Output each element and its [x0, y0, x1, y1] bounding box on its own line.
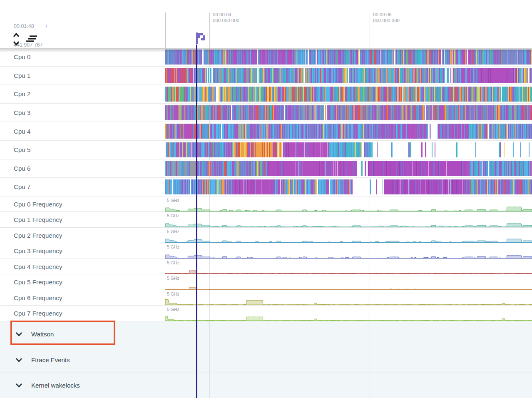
- timeline-gridline: [370, 373, 370, 398]
- track-label: Cpu 5 Frequency: [14, 279, 62, 286]
- trace-viewer: 00:01:48+ 441 907 767 00:00:04000 000 00…: [0, 0, 532, 398]
- track-label: Cpu 4: [14, 128, 31, 135]
- sched-slices-canvas[interactable]: [165, 50, 532, 65]
- track-row-cpu-6-frequency[interactable]: Cpu 6 Frequency5 GHz: [0, 290, 532, 306]
- group-label: Ftrace Events: [31, 356, 70, 363]
- track-shell: Cpu 2 Frequency: [0, 228, 163, 243]
- track-label: Cpu 2: [14, 90, 31, 97]
- track-label: Cpu 0 Frequency: [14, 201, 62, 208]
- timeline-gridline: [209, 321, 210, 347]
- ruler-tick: [209, 12, 210, 48]
- track-row-cpu-5-frequency[interactable]: Cpu 5 Frequency5 GHz: [0, 274, 532, 290]
- track-row-cpu-2[interactable]: Cpu 2: [0, 85, 532, 104]
- track-label: Cpu 7 Frequency: [14, 310, 62, 317]
- ruler-tick: [370, 12, 370, 48]
- flag-marker-line[interactable]: [196, 45, 197, 398]
- track-timeline-area[interactable]: [163, 178, 532, 196]
- track-timeline-area[interactable]: 5 GHz: [163, 259, 532, 274]
- track-label: Cpu 7: [14, 183, 31, 190]
- track-shell: Cpu 3 Frequency: [0, 243, 163, 259]
- ruler-tick-label: 00:00:06000 000 000: [373, 12, 400, 23]
- chevron-down-icon[interactable]: [15, 383, 22, 388]
- timeline-gridline: [370, 347, 370, 373]
- track-row-cpu-7[interactable]: Cpu 7: [0, 178, 532, 197]
- track-row-cpu-1-frequency[interactable]: Cpu 1 Frequency5 GHz: [0, 212, 532, 228]
- track-shell: Cpu 2: [0, 85, 163, 103]
- track-timeline-area[interactable]: [163, 104, 532, 122]
- sched-slices-canvas[interactable]: [165, 179, 532, 194]
- track-timeline-area[interactable]: [163, 85, 532, 103]
- track-timeline-area[interactable]: [163, 141, 532, 159]
- group-row-wattson[interactable]: Wattson: [0, 321, 532, 347]
- track-timeline-area[interactable]: 5 GHz: [163, 243, 532, 259]
- track-row-cpu-2-frequency[interactable]: Cpu 2 Frequency5 GHz: [0, 228, 532, 244]
- sched-slices-canvas[interactable]: [165, 68, 532, 83]
- sched-slices-canvas[interactable]: [165, 124, 532, 139]
- sort-tracks-icon[interactable]: [25, 35, 38, 44]
- chevron-down-icon[interactable]: [15, 332, 22, 336]
- sched-slices-canvas[interactable]: [165, 105, 532, 120]
- track-label: Cpu 1: [14, 72, 31, 79]
- track-row-cpu-3-frequency[interactable]: Cpu 3 Frequency5 GHz: [0, 243, 532, 259]
- track-list: Cpu 0Cpu 1Cpu 2Cpu 3Cpu 4Cpu 5Cpu 6Cpu 7…: [0, 48, 532, 398]
- track-row-cpu-6[interactable]: Cpu 6: [0, 159, 532, 178]
- freq-counter-canvas[interactable]: [165, 283, 532, 290]
- unfold-more-icon[interactable]: [12, 32, 20, 46]
- track-timeline-area[interactable]: 5 GHz: [163, 306, 532, 321]
- track-row-cpu-7-frequency[interactable]: Cpu 7 Frequency5 GHz: [0, 306, 532, 321]
- track-timeline-area[interactable]: [163, 159, 532, 178]
- freq-counter-canvas[interactable]: [165, 220, 532, 227]
- freq-counter-canvas[interactable]: [165, 236, 532, 243]
- track-row-cpu-0[interactable]: Cpu 0: [0, 48, 532, 67]
- origin-time: 00:01:48: [14, 23, 34, 29]
- flag-marker-icon[interactable]: [194, 32, 207, 45]
- freq-counter-canvas[interactable]: [165, 251, 532, 259]
- track-shell: Cpu 5 Frequency: [0, 274, 163, 290]
- track-timeline-area[interactable]: 5 GHz: [163, 290, 532, 306]
- track-label: Cpu 6 Frequency: [14, 294, 62, 301]
- track-row-cpu-4-frequency[interactable]: Cpu 4 Frequency5 GHz: [0, 259, 532, 275]
- track-label: Cpu 2 Frequency: [14, 232, 62, 239]
- track-shell: Cpu 6 Frequency: [0, 290, 163, 306]
- track-label: Cpu 1 Frequency: [14, 216, 62, 223]
- group-row-ftrace-events[interactable]: Ftrace Events: [0, 347, 532, 373]
- counter-max-value-label: 5 GHz: [167, 307, 179, 312]
- chevron-down-icon[interactable]: [15, 358, 22, 362]
- group-row-kernel-wakelocks[interactable]: Kernel wakelocks: [0, 373, 532, 398]
- track-row-cpu-1[interactable]: Cpu 1: [0, 67, 532, 85]
- group-label: Wattson: [31, 331, 54, 338]
- freq-counter-canvas[interactable]: [165, 298, 532, 305]
- counter-max-value-label: 5 GHz: [167, 213, 179, 218]
- freq-counter-canvas[interactable]: [165, 267, 532, 274]
- track-timeline-area[interactable]: [163, 67, 532, 85]
- track-timeline-area[interactable]: 5 GHz: [163, 228, 532, 243]
- search-highlight-box: [10, 321, 115, 345]
- track-label: Cpu 3: [14, 109, 31, 116]
- sched-slices-canvas[interactable]: [165, 87, 532, 102]
- track-shell: Cpu 0 Frequency: [0, 197, 163, 212]
- track-timeline-area[interactable]: 5 GHz: [163, 274, 532, 290]
- track-row-cpu-0-frequency[interactable]: Cpu 0 Frequency5 GHz: [0, 197, 532, 212]
- ruler-tick-label: 00:00:04000 000 000: [213, 12, 239, 23]
- freq-counter-canvas[interactable]: [165, 314, 532, 321]
- track-shell: Cpu 6: [0, 159, 163, 178]
- origin-plus: +: [45, 23, 48, 29]
- freq-counter-canvas[interactable]: [165, 204, 532, 211]
- track-shell: Cpu 4 Frequency: [0, 259, 163, 274]
- track-timeline-area[interactable]: 5 GHz: [163, 197, 532, 212]
- track-shell: Cpu 7: [0, 178, 163, 196]
- sched-slices-canvas[interactable]: [165, 142, 532, 157]
- track-timeline-area[interactable]: 5 GHz: [163, 212, 532, 227]
- track-row-cpu-4[interactable]: Cpu 4: [0, 122, 532, 141]
- track-label: Cpu 5: [14, 146, 31, 153]
- track-timeline-area[interactable]: [163, 122, 532, 140]
- track-row-cpu-3[interactable]: Cpu 3: [0, 104, 532, 122]
- track-shell: Cpu 7 Frequency: [0, 306, 163, 321]
- timeline-gridline: [209, 373, 210, 398]
- counter-max-value-label: 5 GHz: [167, 244, 179, 249]
- track-row-cpu-5[interactable]: Cpu 5: [0, 141, 532, 159]
- track-timeline-area[interactable]: [163, 48, 532, 66]
- counter-max-value-label: 5 GHz: [167, 276, 179, 281]
- timeline-ruler[interactable]: 00:01:48+ 441 907 767 00:00:04000 000 00…: [0, 0, 532, 48]
- sched-slices-canvas[interactable]: [165, 161, 532, 176]
